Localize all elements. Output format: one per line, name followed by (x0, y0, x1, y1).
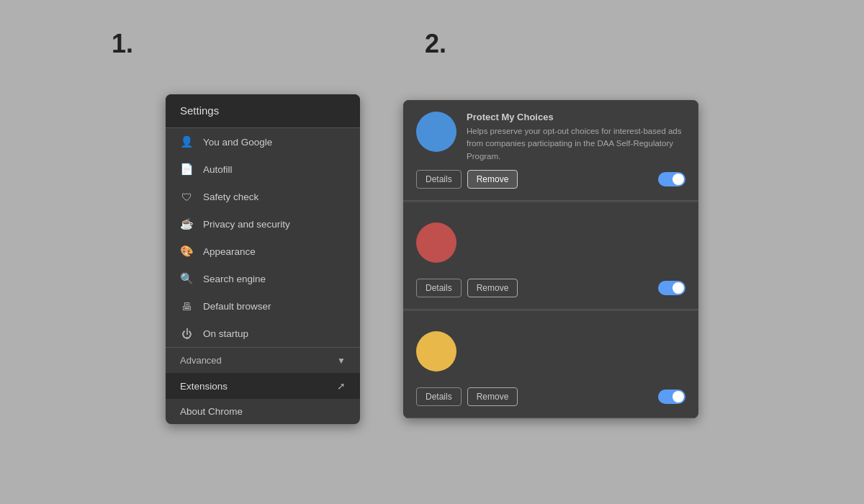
nav-label-you-and-google: You and Google (203, 137, 272, 148)
nav-label-appearance: Appearance (203, 246, 256, 257)
ext-card-top-2 (416, 214, 685, 271)
sidebar-item-about-chrome[interactable]: About Chrome (166, 399, 360, 424)
sidebar-item-safety-check[interactable]: 🛡 Safety check (166, 183, 360, 210)
sidebar-item-advanced[interactable]: Advanced ▼ (166, 348, 360, 373)
settings-header: Settings (166, 94, 360, 127)
ext-desc-1: Helps preserve your opt-out choices for … (467, 125, 685, 163)
nav-label-default-browser: Default browser (203, 301, 271, 312)
sidebar-item-search-engine[interactable]: 🔍 Search engine (166, 265, 360, 292)
extensions-label: Extensions (180, 381, 228, 392)
step2-number: 2. (425, 29, 446, 59)
ext-icon-blue (416, 112, 456, 152)
settings-sidebar: Settings 👤 You and Google 📄 Autofill 🛡 S… (166, 94, 360, 424)
toggle-1[interactable] (658, 172, 685, 186)
ext-actions-1: Details Remove (416, 170, 685, 189)
step1-number: 1. (112, 29, 133, 59)
sidebar-item-extensions[interactable]: Extensions ➚ (166, 373, 360, 399)
sidebar-item-privacy-security[interactable]: ☕ Privacy and security (166, 210, 360, 238)
ext-icon-yellow (416, 331, 456, 372)
nav-label-on-startup: On startup (203, 328, 248, 339)
extension-card-yellow: Details Remove (403, 311, 698, 418)
toggle-2[interactable] (658, 281, 685, 295)
details-button-2[interactable]: Details (416, 279, 462, 297)
extension-card-red: Details Remove (403, 202, 698, 310)
details-button-1[interactable]: Details (416, 170, 462, 189)
clipboard-icon: 📄 (180, 163, 193, 176)
shield-check-icon: 🛡 (180, 190, 193, 203)
search-icon: 🔍 (180, 272, 193, 285)
details-button-3[interactable]: Details (416, 387, 462, 406)
settings-title: Settings (180, 104, 219, 117)
sidebar-item-default-browser[interactable]: 🖶 Default browser (166, 292, 360, 320)
chevron-down-icon: ▼ (337, 356, 346, 366)
remove-button-2[interactable]: Remove (467, 279, 518, 297)
shield-icon: ☕ (180, 217, 193, 230)
palette-icon: 🎨 (180, 245, 193, 258)
toggle-3[interactable] (658, 390, 685, 404)
remove-button-1[interactable]: Remove (467, 170, 518, 189)
ext-card-top-1: Protect My Choices Helps preserve your o… (416, 112, 685, 163)
sidebar-item-you-and-google[interactable]: 👤 You and Google (166, 128, 360, 156)
power-icon: ⏻ (180, 327, 193, 340)
extensions-left: Extensions (180, 381, 228, 392)
advanced-label: Advanced (180, 355, 222, 366)
ext-actions-2: Details Remove (416, 279, 685, 297)
extension-card-protect-my-choices: Protect My Choices Helps preserve your o… (403, 100, 698, 201)
sidebar-item-on-startup[interactable]: ⏻ On startup (166, 320, 360, 347)
person-icon: 👤 (180, 135, 193, 148)
ext-card-top-3 (416, 323, 685, 380)
ext-actions-3: Details Remove (416, 387, 685, 406)
remove-button-3[interactable]: Remove (467, 387, 518, 406)
nav-label-search-engine: Search engine (203, 274, 266, 284)
sidebar-item-autofill[interactable]: 📄 Autofill (166, 156, 360, 183)
ext-icon-red (416, 222, 456, 263)
ext-title-1: Protect My Choices (467, 112, 685, 122)
sidebar-item-appearance[interactable]: 🎨 Appearance (166, 238, 360, 265)
extensions-panel: Protect My Choices Helps preserve your o… (403, 100, 698, 418)
browser-icon: 🖶 (180, 300, 193, 312)
ext-info-1: Protect My Choices Helps preserve your o… (467, 112, 685, 163)
external-link-icon: ➚ (337, 380, 346, 392)
nav-label-privacy-security: Privacy and security (203, 219, 290, 230)
about-label: About Chrome (180, 406, 243, 417)
nav-label-autofill: Autofill (203, 164, 233, 175)
nav-label-safety-check: Safety check (203, 192, 258, 202)
